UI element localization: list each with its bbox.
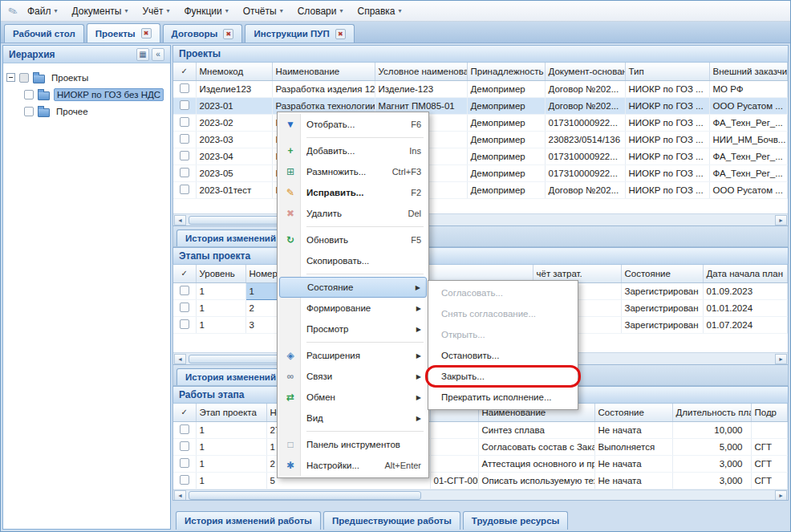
select-all-header[interactable]: ✓	[173, 63, 196, 80]
cell[interactable]: 017310000922...	[545, 114, 625, 131]
menu-item[interactable]: Отчёты	[236, 2, 290, 20]
scrollbar-thumb[interactable]	[189, 491, 421, 500]
cell[interactable]: 10,000	[672, 421, 751, 438]
cell[interactable]: Демопример	[467, 97, 545, 114]
cell[interactable]	[430, 438, 478, 455]
scroll-right-icon[interactable]: ►	[775, 215, 787, 225]
menu-item-exchange[interactable]: ⇄ Обмен ▶	[279, 387, 427, 408]
menu-item-add[interactable]: + Добавить... Ins	[279, 140, 427, 161]
menu-item-duplicate[interactable]: ⊞ Размножить... Ctrl+F3	[279, 161, 427, 182]
cell[interactable]: ФА_Техн_Рег_...	[709, 114, 788, 131]
cell[interactable]: Не начата	[594, 472, 672, 489]
table-row[interactable]: 2023-01 Разработка технологии и Магнит П…	[173, 97, 788, 114]
menu-item-links[interactable]: ∞ Связи ▶	[279, 366, 427, 387]
cell[interactable]: 01.01.2024	[703, 299, 788, 316]
cell[interactable]: Согласовать состав с Заказчиком	[478, 438, 594, 455]
close-icon[interactable]: ✖	[335, 29, 346, 39]
tab-desktop[interactable]: Рабочий стол	[4, 24, 84, 43]
column-header[interactable]: Уровень	[196, 265, 245, 282]
tab-history-works[interactable]: История изменений работы	[176, 511, 321, 530]
horizontal-scrollbar[interactable]: ◄ ►	[173, 489, 788, 502]
cell[interactable]: Не начата	[594, 455, 672, 472]
cell[interactable]: 01.07.2024	[703, 316, 788, 333]
cell[interactable]: 01.09.2023	[703, 282, 788, 299]
cell[interactable]: Демопример	[467, 80, 545, 97]
row-checkbox-cell[interactable]	[173, 438, 196, 455]
menu-item-copy[interactable]: Скопировать...	[279, 250, 427, 271]
cell[interactable]: ФА_Техн_Рег_...	[709, 164, 788, 181]
checkbox[interactable]	[180, 168, 189, 177]
submenu-item-close[interactable]: Закрыть...	[430, 366, 576, 387]
column-header[interactable]: Тип	[625, 63, 709, 80]
cell[interactable]: 2023-04	[196, 148, 272, 164]
tree-item-projects[interactable]: Проекты	[6, 69, 167, 86]
cell[interactable]: Зарегистрирован	[621, 299, 703, 316]
cell[interactable]: Изделие123	[196, 80, 272, 97]
menu-item-extensions[interactable]: ◈ Расширения ▶	[279, 345, 427, 366]
checkbox[interactable]	[24, 90, 34, 99]
cell[interactable]: 1	[196, 316, 245, 333]
cell[interactable]: 2023-02	[196, 114, 272, 131]
cell[interactable]: НИОКР по ГОЗ ...	[625, 148, 709, 164]
tree-item-niokr-goz[interactable]: НИОКР по ГОЗ без НДС	[6, 86, 167, 103]
tab-preceding-works[interactable]: Предшествующие работы	[323, 511, 460, 530]
cell[interactable]: Синтез сплава	[478, 421, 594, 438]
tab-instructions-pup[interactable]: Инструкции ПУП ✖	[245, 24, 354, 43]
cell[interactable]: Выполняется	[594, 438, 672, 455]
row-checkbox-cell[interactable]	[173, 421, 196, 438]
cell[interactable]: Демопример	[467, 164, 545, 181]
table-row[interactable]: 2023-04 Вып Демопример 017310000922... Н…	[173, 148, 788, 164]
cell[interactable]: 2023-01	[196, 97, 272, 114]
column-header[interactable]: Подр	[751, 404, 788, 421]
cell[interactable]	[430, 455, 478, 472]
menu-item[interactable]: Файл	[20, 2, 65, 20]
column-header[interactable]: Принадлежность	[467, 63, 545, 80]
table-row[interactable]: 1 5 01-СГТ-005 Описать используемую техн…	[173, 472, 788, 489]
row-checkbox-cell[interactable]	[173, 148, 196, 164]
row-checkbox-cell[interactable]	[173, 282, 196, 299]
column-header[interactable]: Дата начала план	[703, 265, 788, 282]
table-row[interactable]: 2023-02 Вып -ЭМС Демопример 017310000922…	[173, 114, 788, 131]
checkbox[interactable]	[180, 441, 189, 451]
checkbox[interactable]	[180, 100, 189, 110]
tab-contracts[interactable]: Договоры ✖	[163, 24, 243, 43]
row-checkbox-cell[interactable]	[173, 114, 196, 131]
collapse-expander-icon[interactable]	[6, 73, 15, 82]
checkbox[interactable]	[180, 424, 189, 434]
cell[interactable]: 2023-03	[196, 131, 272, 148]
checkbox[interactable]	[180, 286, 189, 295]
checkbox[interactable]	[180, 151, 189, 160]
menu-item-toolbar-panel[interactable]: □ Панель инструментов	[279, 434, 427, 455]
scroll-left-icon[interactable]: ◄	[174, 215, 186, 225]
cell[interactable]: НИОКР по ГОЗ ...	[625, 97, 709, 114]
select-all-header[interactable]: ✓	[173, 265, 196, 282]
tab-projects[interactable]: Проекты ✖	[87, 23, 160, 43]
table-row[interactable]: 2023-05 Вып Демопример 017310000922... Н…	[173, 164, 788, 181]
menu-item-formation[interactable]: Формирование ▶	[279, 298, 427, 319]
table-row[interactable]: 1 27 Синтез сплава Не начата 10,000	[173, 421, 788, 438]
cell[interactable]: Аттестация основного и примесног...	[478, 455, 594, 472]
menu-item-edit[interactable]: ✎ Исправить... F2	[279, 182, 427, 203]
cell[interactable]: 5,000	[672, 438, 751, 455]
row-checkbox-cell[interactable]	[173, 472, 196, 489]
scroll-left-icon[interactable]: ◄	[174, 490, 186, 501]
column-header[interactable]: Условное наименова	[375, 63, 467, 80]
row-checkbox-cell[interactable]	[173, 97, 196, 114]
cell[interactable]: НИИ_НМ_Бочв...	[709, 131, 788, 148]
checkbox[interactable]	[180, 303, 189, 312]
cell[interactable]: Изделие-123	[375, 80, 467, 97]
checkbox[interactable]	[180, 134, 189, 144]
row-checkbox-cell[interactable]	[173, 316, 196, 333]
cell[interactable]: НИОКР по ГОЗ ...	[625, 164, 709, 181]
cell[interactable]: НИОКР по ГОЗ ...	[625, 80, 709, 97]
menu-item-view[interactable]: Вид ▶	[279, 408, 427, 428]
row-checkbox-cell[interactable]	[173, 164, 196, 181]
column-header[interactable]: Наименование	[272, 63, 375, 80]
column-header[interactable]: Мнемокод	[196, 63, 272, 80]
cell[interactable]: 1	[196, 421, 266, 438]
cell[interactable]: Договор №202...	[545, 97, 625, 114]
menu-item-delete[interactable]: ✖ Удалить Del	[279, 203, 427, 224]
row-checkbox-cell[interactable]	[173, 80, 196, 97]
cell[interactable]: ФА_Техн_Рег_...	[709, 148, 788, 164]
tree-item-other[interactable]: Прочее	[6, 103, 167, 120]
